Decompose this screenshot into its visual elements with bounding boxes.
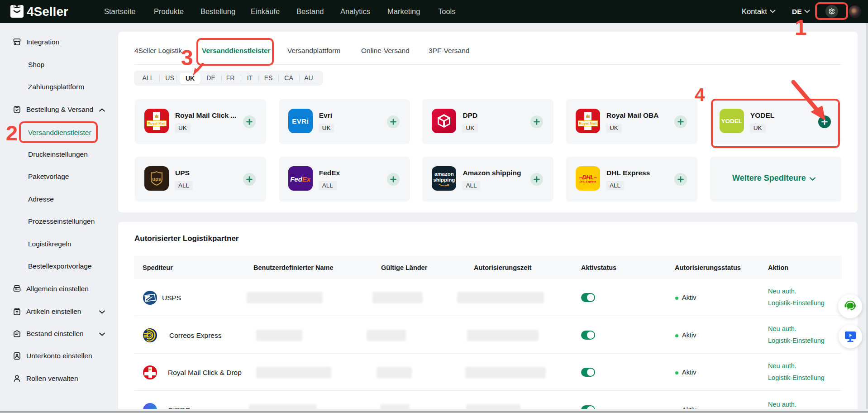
svg-text:ups: ups — [152, 176, 161, 182]
